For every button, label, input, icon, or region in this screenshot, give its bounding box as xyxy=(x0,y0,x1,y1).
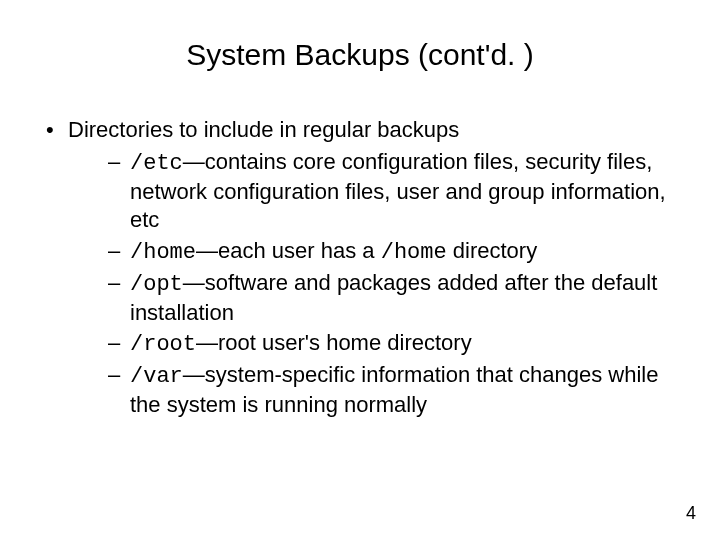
slide-body: Directories to include in regular backup… xyxy=(40,116,680,420)
dash: — xyxy=(183,149,205,174)
dash: — xyxy=(183,362,205,387)
list-item: /etc—contains core configuration files, … xyxy=(108,148,680,234)
path-code: /home xyxy=(381,240,447,265)
item-text: software and packages added after the de… xyxy=(130,270,657,325)
list-item: /home—each user has a /home directory xyxy=(108,237,680,267)
list-item: /opt—software and packages added after t… xyxy=(108,269,680,327)
item-text: each user has a xyxy=(218,238,381,263)
bullet-list-level1: Directories to include in regular backup… xyxy=(40,116,680,420)
list-item: /root—root user's home directory xyxy=(108,329,680,359)
bullet-list-level2: /etc—contains core configuration files, … xyxy=(68,148,680,419)
bullet-item: Directories to include in regular backup… xyxy=(40,116,680,420)
path-code: /opt xyxy=(130,272,183,297)
dash: — xyxy=(196,330,218,355)
dash: — xyxy=(196,238,218,263)
slide: System Backups (cont'd. ) Directories to… xyxy=(0,0,720,540)
path-code: /home xyxy=(130,240,196,265)
dash: — xyxy=(183,270,205,295)
bullet-text: Directories to include in regular backup… xyxy=(68,117,459,142)
slide-title: System Backups (cont'd. ) xyxy=(40,38,680,72)
item-text: root user's home directory xyxy=(218,330,472,355)
item-text: directory xyxy=(447,238,537,263)
path-code: /etc xyxy=(130,151,183,176)
path-code: /root xyxy=(130,332,196,357)
path-code: /var xyxy=(130,364,183,389)
list-item: /var—system-specific information that ch… xyxy=(108,361,680,419)
item-text: system-specific information that changes… xyxy=(130,362,658,417)
item-text: contains core configuration files, secur… xyxy=(130,149,666,232)
page-number: 4 xyxy=(686,503,696,524)
